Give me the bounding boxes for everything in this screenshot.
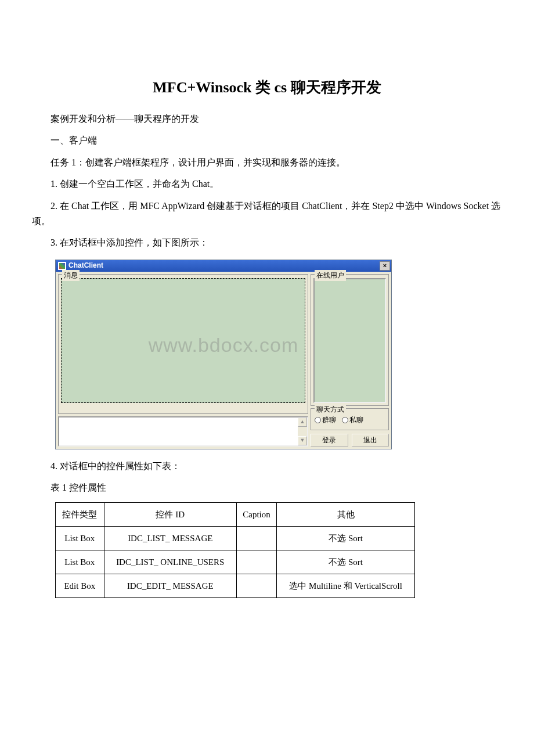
dialog-screenshot: ChatClient × 消息 ▲ ▼ 在线用户 xyxy=(55,260,392,449)
table-cell: List Box xyxy=(56,526,104,550)
table-row: Edit Box IDC_EDIT_ MESSAGE 选中 Multiline … xyxy=(56,574,415,597)
message-listbox[interactable] xyxy=(61,278,305,403)
table-header-row: 控件类型 控件 ID Caption 其他 xyxy=(56,502,415,526)
close-button[interactable]: × xyxy=(380,261,390,271)
table-cell xyxy=(236,550,276,574)
chat-mode-group: 聊天方式 群聊 私聊 xyxy=(311,408,389,430)
table-header: 控件 ID xyxy=(104,502,236,526)
paragraph: 表 1 控件属性 xyxy=(32,480,502,495)
table-cell xyxy=(236,526,276,550)
table-cell: 选中 Multiline 和 VerticalScroll xyxy=(277,574,415,597)
group-label-mode: 聊天方式 xyxy=(315,404,346,415)
group-label-message: 消息 xyxy=(62,270,80,281)
table-cell xyxy=(236,574,276,597)
paragraph: 2. 在 Chat 工作区，用 MFC AppWizard 创建基于对话框的项目… xyxy=(32,199,502,228)
radio-group-chat[interactable]: 群聊 xyxy=(315,415,336,426)
table-header: 控件类型 xyxy=(56,502,104,526)
table-row: List Box IDC_LIST_ MESSAGE 不选 Sort xyxy=(56,526,415,550)
radio-icon xyxy=(315,417,321,423)
table-header: 其他 xyxy=(277,502,415,526)
table-cell: Edit Box xyxy=(56,574,104,597)
table-cell: 不选 Sort xyxy=(277,526,415,550)
exit-button[interactable]: 退出 xyxy=(352,434,389,447)
paragraph: 案例开发和分析——聊天程序的开发 xyxy=(32,111,502,127)
table-cell: List Box xyxy=(56,550,104,574)
paragraph: 1. 创建一个空白工作区，并命名为 Chat。 xyxy=(32,177,502,192)
properties-table: 控件类型 控件 ID Caption 其他 List Box IDC_LIST_… xyxy=(55,502,415,598)
table-cell: IDC_LIST_ ONLINE_USERS xyxy=(104,550,236,574)
online-users-listbox[interactable] xyxy=(313,278,386,403)
table-cell: 不选 Sort xyxy=(277,550,415,574)
table-row: List Box IDC_LIST_ ONLINE_USERS 不选 Sort xyxy=(56,550,415,574)
message-edit-area[interactable]: ▲ ▼ xyxy=(58,416,308,447)
paragraph: 3. 在对话框中添加控件，如下图所示： xyxy=(32,235,502,250)
radio-private-chat[interactable]: 私聊 xyxy=(342,415,363,426)
page-title: MFC+Winsock 类 cs 聊天程序开发 xyxy=(32,75,502,100)
online-users-group: 在线用户 xyxy=(311,274,389,406)
paragraph: 任务 1：创建客户端框架程序，设计用户界面，并实现和服务器的连接。 xyxy=(32,155,502,170)
login-button[interactable]: 登录 xyxy=(311,434,348,447)
table-header: Caption xyxy=(236,502,276,526)
table-cell: IDC_LIST_ MESSAGE xyxy=(104,526,236,550)
paragraph: 一、客户端 xyxy=(32,133,502,148)
message-edit[interactable] xyxy=(59,417,298,445)
scroll-up-icon[interactable]: ▲ xyxy=(298,417,307,427)
scroll-down-icon[interactable]: ▼ xyxy=(298,436,307,445)
table-cell: IDC_EDIT_ MESSAGE xyxy=(104,574,236,597)
message-group: 消息 xyxy=(58,274,308,414)
group-label-users: 在线用户 xyxy=(315,270,346,281)
scrollbar[interactable]: ▲ ▼ xyxy=(298,417,307,445)
paragraph: 4. 对话框中的控件属性如下表： xyxy=(32,459,502,474)
app-icon xyxy=(58,262,66,270)
radio-icon xyxy=(342,417,348,423)
